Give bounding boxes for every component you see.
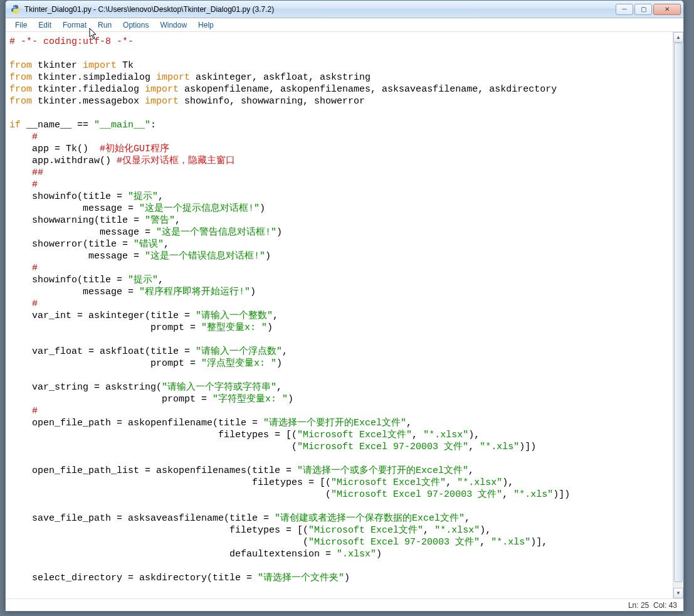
menu-run[interactable]: Run	[92, 19, 117, 31]
scroll-thumb[interactable]	[674, 43, 683, 582]
scroll-up-icon[interactable]: ▲	[673, 32, 683, 43]
editor-area: # -*- coding:utf-8 -*- from tkinter impo…	[6, 32, 683, 598]
scroll-down-icon[interactable]: ▼	[673, 588, 683, 598]
minimize-button[interactable]: ─	[616, 4, 633, 15]
close-button[interactable]: ✕	[653, 4, 681, 15]
titlebar[interactable]: Tkinter_Dialog01.py - C:\Users\lenovo\De…	[6, 1, 683, 18]
statusbar: Ln: 25 Col: 43	[6, 598, 683, 611]
window-title: Tkinter_Dialog01.py - C:\Users\lenovo\De…	[23, 5, 616, 14]
menu-file[interactable]: File	[9, 19, 33, 31]
idle-window: Tkinter_Dialog01.py - C:\Users\lenovo\De…	[5, 0, 684, 612]
menu-format[interactable]: Format	[57, 19, 92, 31]
menu-edit[interactable]: Edit	[33, 19, 57, 31]
status-col: Col: 43	[653, 601, 677, 610]
vertical-scrollbar[interactable]: ▲ ▼	[673, 32, 683, 598]
python-icon	[11, 4, 21, 14]
status-line: Ln: 25	[628, 601, 649, 610]
maximize-button[interactable]: ▢	[634, 4, 652, 15]
menu-window[interactable]: Window	[154, 19, 192, 31]
window-controls: ─ ▢ ✕	[616, 4, 681, 15]
menu-help[interactable]: Help	[192, 19, 219, 31]
menu-options[interactable]: Options	[117, 19, 154, 31]
menubar: File Edit Format Run Options Window Help	[6, 18, 683, 32]
code-editor[interactable]: # -*- coding:utf-8 -*- from tkinter impo…	[6, 32, 672, 598]
